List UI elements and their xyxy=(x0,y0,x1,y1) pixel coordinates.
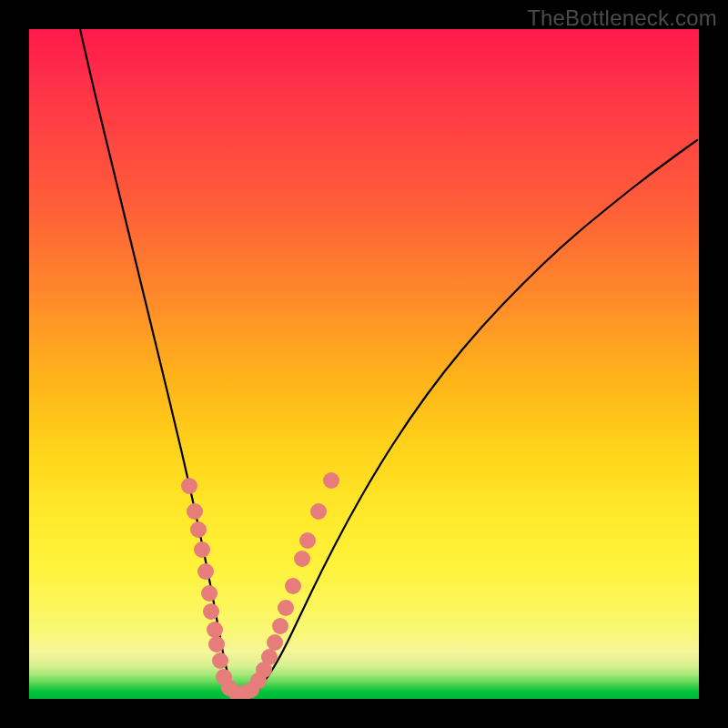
dot xyxy=(203,603,219,620)
dot xyxy=(201,585,217,602)
plot-area xyxy=(29,29,699,699)
dot xyxy=(272,618,288,634)
dot xyxy=(207,622,223,638)
bottleneck-curve xyxy=(80,29,697,695)
dot xyxy=(285,578,301,594)
dot xyxy=(294,551,310,567)
dot xyxy=(208,636,225,652)
chart-frame: TheBottleneck.com xyxy=(0,0,728,728)
dot xyxy=(310,503,327,520)
dot xyxy=(194,541,210,558)
dot xyxy=(181,478,197,494)
dot xyxy=(299,532,316,549)
dot xyxy=(190,521,207,538)
dot xyxy=(197,563,214,580)
dot xyxy=(267,634,283,651)
dot xyxy=(187,503,203,520)
watermark-text: TheBottleneck.com xyxy=(527,5,717,31)
chart-overlay xyxy=(29,29,699,699)
dot xyxy=(261,649,278,665)
highlight-dots xyxy=(181,472,339,699)
dot xyxy=(323,472,339,489)
dot xyxy=(212,652,228,669)
dot xyxy=(278,600,294,616)
